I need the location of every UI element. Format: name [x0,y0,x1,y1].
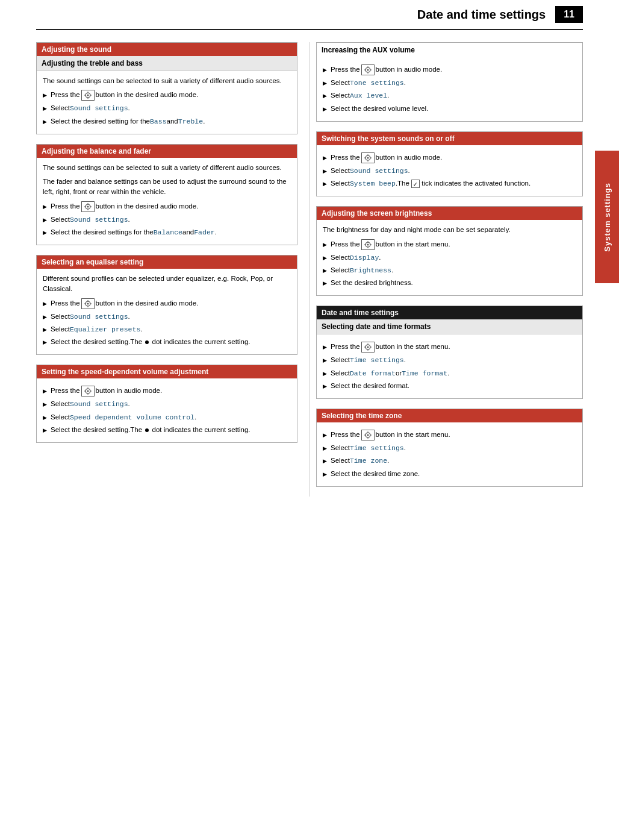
menu-time-zone: Time zone [350,456,387,466]
section-title-system-sounds: Switching the system sounds on or off [317,132,582,145]
left-column: Adjusting the sound Adjusting the treble… [36,42,310,497]
list-item: Select Sound settings. [323,166,576,176]
list-item: Select Time settings. [323,443,576,453]
menu-speed-dep-vol: Speed dependent volume control [70,412,194,422]
list-item: Press the button in audio mode. [323,152,576,163]
dot-icon [145,340,149,344]
menu-treble: Treble [178,116,203,127]
list-item: Select Time settings. [323,355,576,365]
section-date-time: Date and time settings Selecting date an… [316,306,583,399]
section-title-adjusting-sound: Adjusting the sound [37,43,297,56]
menu-fader: Fader [194,227,215,237]
treble-bass-content: The sound settings can be selected to su… [37,71,297,134]
system-sounds-content: Press the button in audio mode. Select S… [317,145,582,196]
side-tab: System settings [595,151,619,283]
balance-desc1: The sound settings can be selected to su… [43,163,291,173]
menu-balance: Balance [154,227,182,237]
menu-tone-settings: Tone settings [350,78,404,88]
brightness-steps: Press the button in the start menu. Sele… [323,239,576,289]
list-item: Select the desired volume level. [323,104,576,114]
section-title-date-time: Date and time settings [317,306,582,319]
list-item: Select the desired setting.The dot indic… [43,337,291,347]
section-title-time-zone: Selecting the time zone [317,409,582,422]
menu-time-settings2: Time settings [350,443,404,453]
list-item: Select Sound settings. [43,103,291,113]
page-header: Date and time settings 11 [36,0,583,30]
settings-button-icon [361,64,375,75]
section-speed-volume: Setting the speed-dependent volume adjus… [36,365,297,443]
balance-fader-content: The sound settings can be selected to su… [37,158,297,245]
section-system-sounds: Switching the system sounds on or off Pr… [316,131,583,197]
section-time-zone: Selecting the time zone Press the button… [316,409,583,487]
section-title-equaliser: Selecting an equaliser setting [37,255,297,269]
date-time-content: Press the button in the start menu. Sele… [317,334,582,398]
list-item: Select System beep.The ✓ tick indicates … [323,178,576,189]
list-item: Select Aux level. [323,90,576,101]
menu-sound-settings3: Sound settings [70,312,128,322]
menu-equalizer-presets: Equalizer presets [70,324,140,334]
menu-sound-settings5: Sound settings [350,166,408,176]
list-item: Press the button in audio mode. [323,64,576,75]
right-column: Increasing the AUX volume Press the butt… [310,42,583,497]
settings-button-icon [361,430,375,440]
menu-time-format: Time format [402,368,447,378]
section-title-screen-brightness: Adjusting the screen brightness [317,207,582,220]
list-item: Select Tone settings. [323,78,576,88]
menu-system-beep: System beep [350,178,396,189]
list-item: Set the desired brightness. [323,278,576,288]
list-item: Select Date format or Time format. [323,368,576,378]
settings-button-icon [81,201,95,212]
list-item: Select the desired time zone. [323,469,576,479]
section-screen-brightness: Adjusting the screen brightness The brig… [316,206,583,296]
section-balance-fader: Adjusting the balance and fader The soun… [36,144,297,245]
menu-sound-settings: Sound settings [70,103,128,113]
list-item: Select Speed dependent volume control. [43,412,291,422]
list-item: Select Time zone. [323,456,576,466]
section-aux-volume: Increasing the AUX volume Press the butt… [316,42,583,122]
side-tab-label: System settings [603,183,612,252]
list-item: Press the button in the start menu. [323,239,576,250]
menu-time-settings: Time settings [350,355,404,365]
equaliser-desc: Different sound profiles can be selected… [43,274,291,295]
treble-bass-steps: Press the button in the desired audio mo… [43,90,291,127]
content-area: Adjusting the sound Adjusting the treble… [36,30,583,497]
list-item: Select Brightness. [323,265,576,275]
svg-point-49 [367,434,369,436]
section-equaliser: Selecting an equaliser setting Different… [36,255,297,355]
svg-point-19 [87,390,89,392]
section-title-aux: Increasing the AUX volume [317,43,582,57]
menu-sound-settings4: Sound settings [70,399,128,409]
brightness-desc: The brightness for day and night mode ca… [323,225,576,235]
svg-point-7 [87,205,89,207]
list-item: Press the button in the start menu. [323,342,576,353]
list-item: Press the button in the desired audio mo… [43,298,291,309]
treble-bass-desc: The sound settings can be selected to su… [43,76,291,86]
tick-icon: ✓ [411,180,420,188]
section-adjusting-sound: Adjusting the sound Adjusting the treble… [36,42,297,134]
list-item: Select Sound settings. [43,215,291,225]
subsection-treble-bass: Adjusting the treble and bass [37,56,297,71]
subsection-date-time-formats: Selecting date and time formats [317,319,582,334]
list-item: Press the button in the start menu. [323,430,576,440]
list-item: Select Sound settings. [43,399,291,409]
list-item: Select Equalizer presets. [43,324,291,334]
list-item: Press the button in the desired audio mo… [43,201,291,212]
page-title: Date and time settings [36,8,555,22]
time-zone-steps: Press the button in the start menu. Sele… [323,430,576,479]
menu-aux-level: Aux level [350,90,387,101]
equaliser-content: Different sound profiles can be selected… [37,269,297,354]
speed-volume-content: Press the button in audio mode. Select S… [37,378,297,442]
list-item: Select the desired setting.The dot indic… [43,425,291,435]
balance-desc2: The fader and balance settings can be us… [43,177,291,198]
svg-point-31 [367,157,369,158]
settings-button-icon [81,386,95,396]
list-item: Select Display. [323,252,576,263]
settings-button-icon [361,152,375,163]
dot-icon [145,428,149,432]
svg-point-13 [87,302,89,304]
system-sounds-steps: Press the button in audio mode. Select S… [323,152,576,189]
list-item: Select the desired settings for the Bala… [43,227,291,237]
speed-volume-steps: Press the button in audio mode. Select S… [43,386,291,435]
svg-point-25 [367,69,369,71]
settings-button-icon [361,342,375,353]
